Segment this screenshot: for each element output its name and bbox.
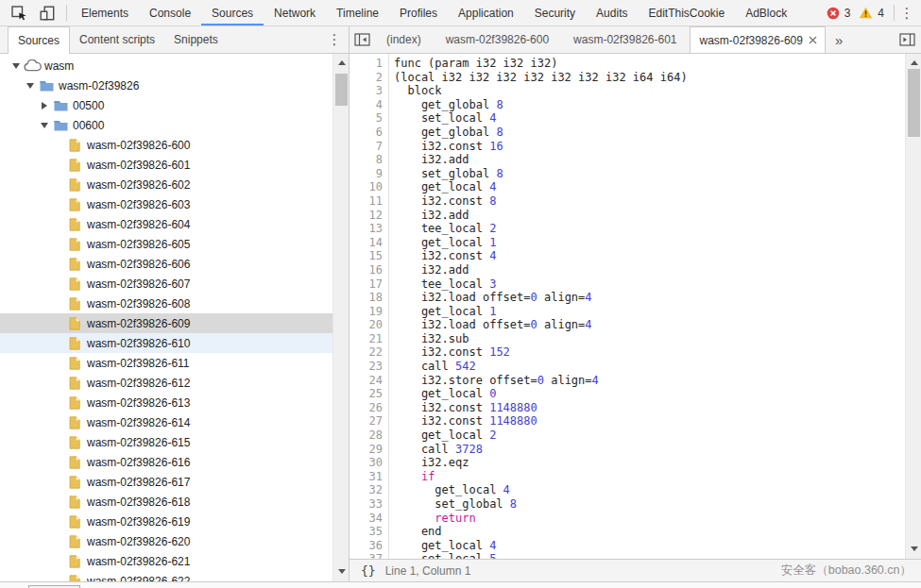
tree-item-00600[interactable]: 00600 — [0, 115, 349, 135]
tree-item-wasm-02f39826-612[interactable]: wasm-02f39826-612 — [0, 373, 349, 393]
line-number[interactable]: 33 — [350, 497, 388, 512]
line-number[interactable]: 13 — [350, 222, 388, 236]
toolbar-tab-elements[interactable]: Elements — [71, 0, 139, 25]
show-drawer-icon[interactable] — [895, 26, 919, 53]
chevron-right-icon[interactable] — [38, 102, 50, 109]
line-number[interactable]: 6 — [350, 126, 388, 140]
file-tab-wasm-02f39826-600[interactable]: wasm-02f39826-600 — [434, 26, 561, 53]
inspect-element-icon[interactable] — [9, 5, 28, 22]
tree-item-wasm-02f39826-607[interactable]: wasm-02f39826-607 — [0, 274, 349, 294]
line-number[interactable]: 34 — [350, 512, 388, 526]
error-icon[interactable] — [827, 7, 840, 20]
editor-scroll-up-icon[interactable] — [906, 56, 921, 69]
tree-item-wasm-02f39826-613[interactable]: wasm-02f39826-613 — [0, 393, 349, 412]
tree-item-wasm-02f39826-600[interactable]: wasm-02f39826-600 — [0, 135, 349, 155]
tree-item-wasm-02f39826-610[interactable]: wasm-02f39826-610 — [0, 333, 349, 353]
navigator-menu-icon[interactable]: ⋮ — [326, 30, 343, 49]
tree-item-wasm-02f39826[interactable]: wasm-02f39826 — [0, 76, 349, 95]
line-number[interactable]: 23 — [350, 360, 388, 374]
line-number[interactable]: 14 — [350, 236, 388, 250]
line-number[interactable]: 20 — [350, 318, 388, 332]
toolbar-tab-timeline[interactable]: Timeline — [326, 0, 389, 25]
toolbar-tab-audits[interactable]: Audits — [586, 0, 638, 25]
toolbar-tab-profiles[interactable]: Profiles — [389, 0, 448, 25]
toolbar-tab-editthiscookie[interactable]: EditThisCookie — [638, 0, 735, 25]
line-number[interactable]: 22 — [350, 345, 388, 360]
tree-item-wasm-02f39826-609[interactable]: wasm-02f39826-609 — [0, 313, 349, 333]
tree-item-wasm-02f39826-620[interactable]: wasm-02f39826-620 — [0, 531, 349, 551]
line-number[interactable]: 19 — [350, 305, 388, 319]
line-number[interactable]: 28 — [350, 428, 388, 443]
tree-item-wasm-02f39826-611[interactable]: wasm-02f39826-611 — [0, 353, 349, 373]
line-number[interactable]: 3 — [350, 84, 388, 98]
tree-item-wasm-02f39826-603[interactable]: wasm-02f39826-603 — [0, 194, 349, 214]
tree-item-wasm-02f39826-616[interactable]: wasm-02f39826-616 — [0, 452, 349, 472]
line-number[interactable]: 31 — [350, 470, 388, 484]
toolbar-tab-security[interactable]: Security — [524, 0, 586, 25]
warning-icon[interactable] — [859, 7, 873, 19]
line-number[interactable]: 2 — [350, 71, 388, 85]
toolbar-tab-adblock[interactable]: AdBlock — [735, 0, 797, 25]
line-number[interactable]: 27 — [350, 414, 388, 428]
tree-item-wasm[interactable]: wasm — [0, 56, 349, 76]
close-tab-icon[interactable] — [809, 36, 817, 44]
pretty-print-button[interactable]: {} — [350, 563, 385, 578]
file-tab-wasm-02f39826-601[interactable]: wasm-02f39826-601 — [561, 26, 689, 53]
file-tab-wasm-02f39826-609[interactable]: wasm-02f39826-609 — [690, 26, 826, 53]
line-number[interactable]: 1 — [350, 57, 388, 71]
scroll-down-icon[interactable] — [333, 564, 350, 578]
line-number[interactable]: 30 — [350, 456, 388, 470]
chevron-down-icon[interactable] — [38, 123, 50, 128]
sidebar-scroll-thumb[interactable] — [335, 74, 348, 106]
tree-item-wasm-02f39826-601[interactable]: wasm-02f39826-601 — [0, 155, 349, 175]
line-number[interactable]: 10 — [350, 180, 388, 194]
line-number[interactable]: 26 — [350, 401, 388, 415]
device-toolbar-icon[interactable] — [38, 5, 57, 22]
tree-item-wasm-02f39826-618[interactable]: wasm-02f39826-618 — [0, 492, 349, 512]
editor-scroll-thumb[interactable] — [908, 69, 920, 137]
line-number[interactable]: 12 — [350, 209, 388, 223]
toolbar-tab-sources[interactable]: Sources — [201, 0, 264, 25]
navigator-tab-snippets[interactable]: Snippets — [164, 26, 228, 53]
toolbar-tab-application[interactable]: Application — [448, 0, 524, 25]
chevron-down-icon[interactable] — [9, 63, 22, 69]
line-number[interactable]: 35 — [350, 525, 388, 539]
line-number[interactable]: 8 — [350, 153, 388, 167]
tree-item-wasm-02f39826-622[interactable]: wasm-02f39826-622 — [0, 571, 349, 581]
toolbar-tab-network[interactable]: Network — [264, 0, 326, 25]
more-tabs-icon[interactable]: » — [826, 26, 852, 53]
devtools-menu-icon[interactable]: ⋮ — [898, 4, 915, 23]
tree-item-wasm-02f39826-614[interactable]: wasm-02f39826-614 — [0, 412, 349, 432]
toolbar-tab-console[interactable]: Console — [139, 0, 201, 25]
line-number[interactable]: 36 — [350, 539, 388, 553]
editor-scrollbar[interactable] — [905, 54, 921, 559]
line-number[interactable]: 4 — [350, 98, 388, 112]
collapse-sidebar-icon[interactable] — [350, 26, 374, 53]
line-number[interactable]: 37 — [350, 552, 388, 559]
tree-item-wasm-02f39826-621[interactable]: wasm-02f39826-621 — [0, 551, 349, 571]
line-number[interactable]: 21 — [350, 332, 388, 346]
tree-item-00500[interactable]: 00500 — [0, 95, 349, 115]
tree-item-wasm-02f39826-608[interactable]: wasm-02f39826-608 — [0, 294, 349, 313]
line-number[interactable]: 15 — [350, 249, 388, 263]
line-number[interactable]: 24 — [350, 374, 388, 388]
file-tab--index-[interactable]: (index) — [374, 26, 434, 53]
line-number[interactable]: 32 — [350, 483, 388, 497]
tree-item-wasm-02f39826-615[interactable]: wasm-02f39826-615 — [0, 432, 349, 452]
line-number[interactable]: 7 — [350, 140, 388, 154]
line-number[interactable]: 17 — [350, 277, 388, 292]
tree-item-wasm-02f39826-604[interactable]: wasm-02f39826-604 — [0, 214, 349, 234]
line-number[interactable]: 18 — [350, 291, 388, 305]
tree-item-wasm-02f39826-617[interactable]: wasm-02f39826-617 — [0, 472, 349, 492]
line-number[interactable]: 5 — [350, 111, 388, 126]
scroll-up-icon[interactable] — [333, 56, 350, 69]
sidebar-scrollbar[interactable] — [333, 54, 349, 581]
line-number[interactable]: 25 — [350, 387, 388, 401]
line-number[interactable]: 11 — [350, 194, 388, 209]
editor-scroll-down-icon[interactable] — [906, 542, 921, 555]
chevron-down-icon[interactable] — [24, 83, 36, 89]
line-number[interactable]: 16 — [350, 263, 388, 277]
line-number[interactable]: 9 — [350, 167, 388, 181]
navigator-tab-content-scripts[interactable]: Content scripts — [70, 26, 164, 53]
tree-item-wasm-02f39826-605[interactable]: wasm-02f39826-605 — [0, 234, 349, 254]
